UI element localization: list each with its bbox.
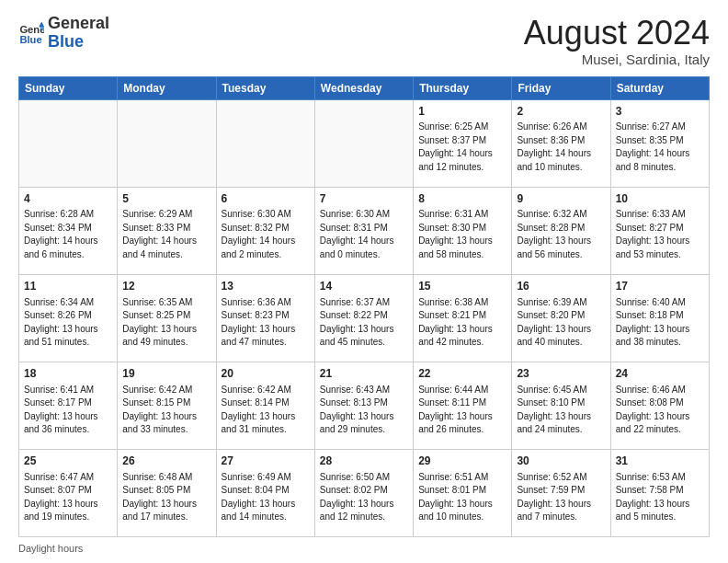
calendar-cell: [118, 99, 216, 187]
day-number: 25: [24, 454, 112, 469]
day-info: Sunrise: 6:45 AM Sunset: 8:10 PM Dayligh…: [517, 384, 605, 437]
calendar-cell: 12Sunrise: 6:35 AM Sunset: 8:25 PM Dayli…: [118, 274, 216, 362]
day-info: Sunrise: 6:50 AM Sunset: 8:02 PM Dayligh…: [320, 471, 408, 524]
day-number: 6: [222, 191, 310, 207]
day-number: 5: [122, 191, 210, 207]
calendar-cell: 3Sunrise: 6:27 AM Sunset: 8:35 PM Daylig…: [610, 99, 709, 187]
calendar-subtitle: Musei, Sardinia, Italy: [524, 52, 710, 67]
calendar-cell: 10Sunrise: 6:33 AM Sunset: 8:27 PM Dayli…: [610, 187, 709, 274]
header: General Blue General Blue August 2024 Mu…: [18, 15, 710, 67]
calendar-cell: [19, 99, 118, 187]
calendar-cell: 4Sunrise: 6:28 AM Sunset: 8:34 PM Daylig…: [19, 187, 118, 274]
day-number: 8: [418, 191, 506, 207]
calendar-cell: 27Sunrise: 6:49 AM Sunset: 8:04 PM Dayli…: [216, 449, 314, 536]
day-info: Sunrise: 6:53 AM Sunset: 7:58 PM Dayligh…: [616, 471, 704, 524]
calendar-cell: 15Sunrise: 6:38 AM Sunset: 8:21 PM Dayli…: [414, 274, 512, 362]
day-header-tuesday: Tuesday: [216, 76, 314, 99]
day-number: 21: [320, 366, 408, 382]
day-number: 26: [122, 454, 210, 469]
day-number: 17: [616, 279, 704, 294]
day-info: Sunrise: 6:27 AM Sunset: 8:35 PM Dayligh…: [616, 121, 704, 174]
calendar-cell: 20Sunrise: 6:42 AM Sunset: 8:14 PM Dayli…: [216, 362, 314, 449]
calendar-title: August 2024: [524, 15, 710, 52]
day-info: Sunrise: 6:42 AM Sunset: 8:14 PM Dayligh…: [222, 384, 310, 437]
logo-general-text: General: [48, 14, 109, 32]
day-info: Sunrise: 6:43 AM Sunset: 8:13 PM Dayligh…: [320, 384, 408, 437]
day-header-wednesday: Wednesday: [314, 76, 413, 99]
logo-blue-text: Blue: [48, 32, 84, 51]
day-info: Sunrise: 6:30 AM Sunset: 8:31 PM Dayligh…: [320, 208, 408, 261]
calendar-cell: 28Sunrise: 6:50 AM Sunset: 8:02 PM Dayli…: [314, 449, 413, 536]
calendar-cell: [216, 99, 314, 187]
day-info: Sunrise: 6:36 AM Sunset: 8:23 PM Dayligh…: [222, 296, 310, 350]
day-number: 19: [122, 366, 210, 382]
calendar-cell: 17Sunrise: 6:40 AM Sunset: 8:18 PM Dayli…: [610, 274, 709, 362]
day-number: 18: [24, 366, 112, 382]
calendar-cell: 26Sunrise: 6:48 AM Sunset: 8:05 PM Dayli…: [118, 449, 216, 536]
day-number: 27: [222, 454, 310, 469]
calendar-cell: 22Sunrise: 6:44 AM Sunset: 8:11 PM Dayli…: [414, 362, 512, 449]
day-info: Sunrise: 6:42 AM Sunset: 8:15 PM Dayligh…: [122, 384, 210, 437]
day-number: 12: [122, 279, 210, 294]
day-info: Sunrise: 6:37 AM Sunset: 8:22 PM Dayligh…: [320, 296, 408, 350]
calendar-cell: 29Sunrise: 6:51 AM Sunset: 8:01 PM Dayli…: [414, 449, 512, 536]
day-header-sunday: Sunday: [19, 76, 118, 99]
day-number: 4: [24, 191, 112, 207]
day-info: Sunrise: 6:26 AM Sunset: 8:36 PM Dayligh…: [517, 121, 605, 174]
calendar-cell: 16Sunrise: 6:39 AM Sunset: 8:20 PM Dayli…: [512, 274, 610, 362]
day-info: Sunrise: 6:25 AM Sunset: 8:37 PM Dayligh…: [418, 121, 506, 174]
calendar-cell: 14Sunrise: 6:37 AM Sunset: 8:22 PM Dayli…: [314, 274, 413, 362]
day-info: Sunrise: 6:30 AM Sunset: 8:32 PM Dayligh…: [222, 208, 310, 261]
day-number: 11: [24, 279, 112, 294]
day-number: 20: [222, 366, 310, 382]
title-block: August 2024 Musei, Sardinia, Italy: [524, 15, 710, 67]
logo: General Blue General Blue: [18, 15, 109, 52]
day-info: Sunrise: 6:48 AM Sunset: 8:05 PM Dayligh…: [122, 471, 210, 524]
day-number: 1: [418, 104, 506, 120]
calendar-cell: 31Sunrise: 6:53 AM Sunset: 7:58 PM Dayli…: [610, 449, 709, 536]
day-number: 22: [418, 366, 506, 382]
calendar-cell: 13Sunrise: 6:36 AM Sunset: 8:23 PM Dayli…: [216, 274, 314, 362]
calendar-cell: 25Sunrise: 6:47 AM Sunset: 8:07 PM Dayli…: [19, 449, 118, 536]
day-number: 30: [517, 454, 605, 469]
calendar-cell: 21Sunrise: 6:43 AM Sunset: 8:13 PM Dayli…: [314, 362, 413, 449]
day-info: Sunrise: 6:51 AM Sunset: 8:01 PM Dayligh…: [418, 471, 506, 524]
day-number: 3: [616, 104, 704, 120]
day-number: 15: [418, 279, 506, 294]
day-info: Sunrise: 6:44 AM Sunset: 8:11 PM Dayligh…: [418, 384, 506, 437]
day-info: Sunrise: 6:40 AM Sunset: 8:18 PM Dayligh…: [616, 296, 704, 350]
day-info: Sunrise: 6:31 AM Sunset: 8:30 PM Dayligh…: [418, 208, 506, 261]
day-info: Sunrise: 6:33 AM Sunset: 8:27 PM Dayligh…: [616, 208, 704, 261]
calendar-cell: 11Sunrise: 6:34 AM Sunset: 8:26 PM Dayli…: [19, 274, 118, 362]
day-info: Sunrise: 6:41 AM Sunset: 8:17 PM Dayligh…: [24, 384, 112, 437]
calendar-cell: 8Sunrise: 6:31 AM Sunset: 8:30 PM Daylig…: [414, 187, 512, 274]
day-info: Sunrise: 6:49 AM Sunset: 8:04 PM Dayligh…: [222, 471, 310, 524]
day-number: 9: [517, 191, 605, 207]
day-info: Sunrise: 6:38 AM Sunset: 8:21 PM Dayligh…: [418, 296, 506, 350]
day-info: Sunrise: 6:29 AM Sunset: 8:33 PM Dayligh…: [122, 208, 210, 261]
day-number: 24: [616, 366, 704, 382]
day-number: 14: [320, 279, 408, 294]
day-header-saturday: Saturday: [610, 76, 709, 99]
calendar-table: SundayMondayTuesdayWednesdayThursdayFrid…: [18, 76, 710, 537]
calendar-cell: 18Sunrise: 6:41 AM Sunset: 8:17 PM Dayli…: [19, 362, 118, 449]
calendar-cell: 6Sunrise: 6:30 AM Sunset: 8:32 PM Daylig…: [216, 187, 314, 274]
logo-icon: General Blue: [18, 20, 44, 46]
day-number: 28: [320, 454, 408, 469]
calendar-cell: 1Sunrise: 6:25 AM Sunset: 8:37 PM Daylig…: [414, 99, 512, 187]
day-info: Sunrise: 6:32 AM Sunset: 8:28 PM Dayligh…: [517, 208, 605, 261]
day-number: 23: [517, 366, 605, 382]
day-number: 16: [517, 279, 605, 294]
day-number: 10: [616, 191, 704, 207]
calendar-cell: 9Sunrise: 6:32 AM Sunset: 8:28 PM Daylig…: [512, 187, 610, 274]
calendar-cell: [314, 99, 413, 187]
day-info: Sunrise: 6:47 AM Sunset: 8:07 PM Dayligh…: [24, 471, 112, 524]
day-info: Sunrise: 6:46 AM Sunset: 8:08 PM Dayligh…: [616, 384, 704, 437]
footer-note: Daylight hours: [18, 543, 710, 554]
calendar-cell: 2Sunrise: 6:26 AM Sunset: 8:36 PM Daylig…: [512, 99, 610, 187]
day-number: 7: [320, 191, 408, 207]
day-number: 2: [517, 104, 605, 120]
day-info: Sunrise: 6:52 AM Sunset: 7:59 PM Dayligh…: [517, 471, 605, 524]
calendar-cell: 5Sunrise: 6:29 AM Sunset: 8:33 PM Daylig…: [118, 187, 216, 274]
day-number: 31: [616, 454, 704, 469]
